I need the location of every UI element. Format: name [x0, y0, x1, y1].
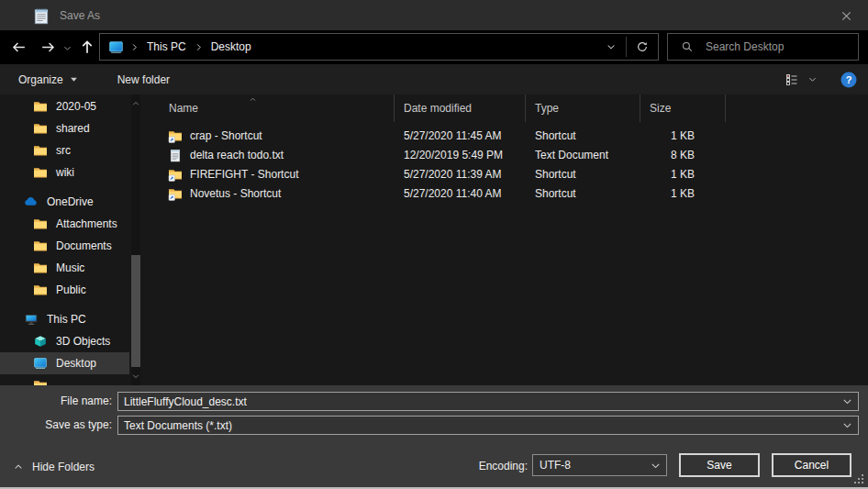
sidebar-item[interactable]: src — [0, 139, 129, 161]
save-button[interactable]: Save — [679, 453, 760, 477]
sidebar-item-label: wiki — [56, 166, 74, 179]
breadcrumb-desktop[interactable]: Desktop — [209, 40, 253, 53]
back-button[interactable] — [11, 39, 27, 55]
recent-locations-chevron-icon[interactable] — [62, 43, 72, 53]
refresh-icon[interactable] — [636, 40, 649, 53]
view-options-chevron-icon[interactable] — [807, 74, 818, 84]
file-size: 1 KB — [640, 129, 726, 142]
sidebar-item[interactable] — [0, 374, 129, 385]
folder-icon — [33, 283, 48, 297]
file-name: delta reach todo.txt — [190, 149, 284, 161]
sidebar-item[interactable]: Music — [0, 257, 129, 279]
folder-icon — [33, 239, 48, 253]
resize-grip[interactable] — [852, 472, 865, 485]
desktop-icon — [33, 356, 48, 371]
notepad-app-icon — [32, 6, 50, 25]
encoding-value: UTF-8 — [540, 459, 571, 472]
file-name: Novetus - Shortcut — [190, 187, 281, 200]
hide-folders-button[interactable]: Hide Folders — [13, 461, 95, 473]
cancel-button[interactable]: Cancel — [772, 453, 851, 477]
close-icon — [840, 9, 853, 23]
file-name-cell: delta reach todo.txt — [151, 148, 395, 162]
save-as-type-select[interactable]: Text Documents (*.txt) — [117, 416, 859, 435]
file-date-modified: 5/27/2020 11:45 AM — [395, 129, 526, 142]
file-name-cell: Novetus - Shortcut — [151, 186, 395, 201]
command-bar: Organize New folder — [0, 64, 868, 94]
sidebar-item[interactable]: Attachments — [0, 213, 129, 235]
file-row[interactable]: delta reach todo.txt 12/20/2019 5:49 PM … — [151, 145, 868, 164]
encoding-chevron-icon — [650, 460, 662, 472]
file-row[interactable]: Novetus - Shortcut 5/27/2020 11:40 AM Sh… — [151, 183, 868, 203]
file-row[interactable]: FIREFIGHT - Shortcut 5/27/2020 11:39 AM … — [151, 164, 868, 183]
search-icon — [681, 40, 694, 53]
sidebar-item-icon-wrap — [33, 165, 48, 180]
organize-button[interactable]: Organize — [18, 73, 78, 86]
sidebar-item[interactable]: wiki — [0, 161, 129, 183]
sidebar-item-label: OneDrive — [47, 195, 94, 208]
sidebar-item-label: 2020-05 — [56, 100, 96, 113]
scroll-down-icon[interactable] — [131, 372, 140, 381]
file-type: Shortcut — [526, 168, 640, 181]
sidebar-item[interactable]: Public — [0, 279, 129, 301]
shortcut-folder-icon — [168, 186, 183, 201]
search-input[interactable] — [704, 39, 858, 54]
save-as-type-chevron-icon — [841, 419, 853, 431]
scrollbar-thumb[interactable] — [131, 255, 140, 367]
details-view-icon[interactable] — [785, 72, 799, 87]
address-dropdown-chevron-icon[interactable] — [606, 41, 617, 52]
sidebar-item-label: shared — [56, 122, 90, 135]
file-name-dropdown-chevron-icon[interactable] — [841, 395, 853, 407]
breadcrumb-chevron-icon — [194, 42, 204, 52]
sidebar-item-label: src — [56, 144, 71, 157]
sidebar-item[interactable]: Documents — [0, 235, 129, 257]
search-box[interactable] — [667, 33, 859, 61]
column-header-size[interactable]: Size — [640, 94, 726, 122]
scroll-up-icon[interactable] — [131, 99, 140, 108]
sidebar-item[interactable]: 2020-05 — [0, 95, 129, 117]
file-icon-wrap — [168, 167, 183, 182]
sidebar-scrollbar[interactable] — [131, 94, 140, 385]
encoding-select[interactable]: UTF-8 — [532, 454, 667, 476]
footer-panel: File name: Save as type: Text Documents … — [0, 385, 868, 489]
encoding-label: Encoding: — [422, 460, 528, 472]
caret-down-icon — [70, 75, 78, 83]
save-as-dialog: Save As This PC Desktop Organize — [0, 0, 868, 489]
sidebar-item[interactable]: 3D Objects — [0, 330, 129, 352]
organize-label: Organize — [18, 73, 63, 86]
column-header-date-modified[interactable]: Date modified — [395, 94, 526, 122]
help-button[interactable] — [840, 72, 857, 88]
onedrive-cloud-icon — [24, 194, 39, 209]
file-date-modified: 5/27/2020 11:40 AM — [395, 187, 526, 200]
file-name-field[interactable] — [117, 392, 859, 411]
this-pc-location-icon — [108, 39, 124, 55]
file-date-modified: 5/27/2020 11:39 AM — [395, 168, 526, 181]
sidebar-item[interactable]: shared — [0, 117, 129, 139]
sidebar-item[interactable]: Desktop — [0, 352, 129, 374]
breadcrumb-this-pc[interactable]: This PC — [145, 40, 188, 53]
column-header-name[interactable]: Name — [151, 94, 395, 122]
folder-icon — [33, 378, 48, 385]
file-name-input[interactable] — [118, 395, 841, 409]
chevron-up-icon — [13, 461, 24, 472]
sidebar-item-icon-wrap — [33, 334, 48, 349]
file-rows: crap - Shortcut 5/27/2020 11:45 AM Short… — [151, 126, 868, 203]
file-list: Name Date modified Type Size crap - Shor… — [151, 94, 868, 385]
file-size: 1 KB — [640, 168, 726, 181]
sidebar-item-icon-wrap — [33, 121, 48, 136]
sidebar-item[interactable]: OneDrive — [0, 191, 129, 213]
file-row[interactable]: crap - Shortcut 5/27/2020 11:45 AM Short… — [151, 126, 868, 145]
file-size: 1 KB — [640, 187, 726, 200]
close-button[interactable] — [838, 7, 854, 24]
save-as-type-value: Text Documents (*.txt) — [124, 419, 232, 432]
folder-icon — [33, 165, 48, 180]
address-bar[interactable]: This PC Desktop — [99, 33, 659, 61]
breadcrumb-chevron-icon — [129, 42, 139, 52]
forward-button[interactable] — [40, 39, 56, 55]
file-type: Text Document — [526, 149, 640, 161]
column-header-type[interactable]: Type — [526, 94, 640, 122]
new-folder-button[interactable]: New folder — [117, 73, 170, 86]
sidebar-item[interactable]: This PC — [0, 308, 129, 330]
up-button[interactable] — [79, 39, 95, 55]
sort-ascending-icon — [248, 95, 258, 104]
navigation-pane: 2020-05 shared src — [0, 94, 147, 385]
